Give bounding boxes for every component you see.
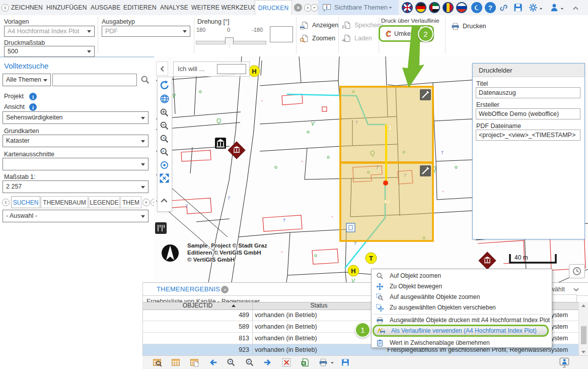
copy-table-icon[interactable] [190,358,199,367]
tab-analyse[interactable]: ANALYSE [160,0,188,15]
help-icon[interactable]: ? [485,2,496,13]
sort-ascending-icon[interactable] [232,304,236,307]
volltext-search-input[interactable] [52,74,137,86]
magnifier-icon [376,272,384,280]
language-german-icon[interactable] [415,2,426,13]
results-collapse-icon[interactable] [572,286,580,293]
vorlagen-label: Vorlagen [4,18,29,25]
themen-filter-select[interactable]: Alle Themen [3,74,51,86]
toolbar-collapse-icon[interactable] [160,196,169,205]
center-map-icon[interactable] [160,160,169,170]
scroll-up-icon[interactable] [581,304,585,307]
results-scrollbar[interactable] [578,302,588,356]
sidebar-tab-them[interactable]: THEM [120,196,141,208]
column-header-status[interactable]: Status [252,302,386,309]
column-header-objectid[interactable]: OBJECTID [143,302,252,309]
print-results-icon[interactable] [319,358,328,367]
refresh-icon[interactable] [160,80,170,90]
save-results-icon[interactable] [341,358,350,367]
projekt-info-icon[interactable]: i [29,93,37,100]
scroll-down-icon[interactable] [581,351,585,353]
zoom-previous-icon[interactable] [160,134,169,144]
menu-item-ausgewaehlte-drucken[interactable]: Ausgewählte Objekte drucken mit A4 Hochf… [372,315,552,326]
map-history-button[interactable] [569,264,585,278]
close-panel-icon[interactable] [294,4,302,12]
menu-scroll-left-icon[interactable] [2,4,9,12]
sidebar-tab-suchen[interactable]: SUCHEN [11,196,40,208]
language-russian-icon[interactable] [456,2,467,13]
search-icon[interactable] [140,75,150,85]
previous-result-icon[interactable] [208,358,217,367]
massstab-select[interactable]: 2 257 [3,180,149,193]
menu-item-wert-in-zwischenablage[interactable]: Wert in Zwischenablage übernehmen [372,338,552,348]
zoom-to-result-icon[interactable] [153,358,162,367]
tab-ausgabe[interactable]: AUSGABE [91,0,120,15]
settings-gear-icon[interactable] [529,3,538,12]
ich-will-search[interactable]: Ich will ... [173,61,250,77]
menu-item-zu-ausgewaehlten-verschieben[interactable]: Zu ausgewählten Objekten verschieben [372,302,552,313]
themenergebnis-tab[interactable]: THEMENERGEBNIS [157,285,220,293]
language-arabic-icon[interactable] [429,2,440,13]
kartenausschnitte-select[interactable] [3,158,149,170]
vorlagen-select[interactable]: A4 Hochformat Index Plot [4,26,95,37]
sidebar-tab-themenbaum[interactable]: THEMENBAUM [41,196,88,208]
pdf-dateiname-input[interactable]: <project>_<view>_<TIMESTAMP> [476,130,580,141]
ansicht-info-icon[interactable]: i [29,103,37,111]
results-close-icon[interactable] [221,286,229,293]
dark-mode-icon[interactable] [471,2,482,13]
menu-item-als-verlauflinie-verwenden[interactable]: Als Verlauflinie verwenden (A4 Hochforma… [373,325,549,337]
export-excel-icon[interactable] [301,358,310,367]
menu-item-zu-objekt-bewegen[interactable]: Zu Objekt bewegen [372,281,552,292]
frame-2-wrench-icon[interactable] [420,165,431,176]
tab-hinzufuegen[interactable]: HINZUFÜGEN [46,0,87,15]
ausgabetyp-select[interactable]: PDF [102,26,190,37]
full-extent-icon[interactable] [160,173,169,183]
anzeigen-printer-icon [300,25,305,30]
ich-will-input[interactable] [217,64,246,74]
settings-caret-icon[interactable] [539,7,543,11]
zoom-previous-result-icon[interactable] [227,358,236,367]
result-table-icon[interactable] [171,358,180,367]
tab-zeichnen[interactable]: ZEICHNEN [11,0,43,15]
user-caret-icon[interactable] [560,7,564,11]
visible-themes-control[interactable]: Sichtbare Themen [318,0,399,15]
grundkarten-select[interactable]: Kataster [3,135,149,147]
sidebar-tabs-scroll-left-icon[interactable] [2,199,10,206]
save-session-icon[interactable] [513,3,523,13]
drehung-input[interactable] [270,26,293,42]
share-link-icon[interactable] [499,4,508,12]
titel-input[interactable]: Datenauszug [476,87,580,98]
zoom-next-result-icon[interactable] [245,358,254,367]
user-account-icon[interactable] [550,3,559,12]
zoom-next-icon[interactable] [160,147,169,157]
themen-filter-value: Alle Themen [6,76,41,83]
menu-item-auf-objekt-zoomen[interactable]: Auf Objekt zoomen [372,271,552,281]
frame-1-wrench-icon[interactable] [420,89,431,100]
globe-icon[interactable] [160,94,170,104]
druckmassstab-select[interactable]: 500 [4,46,95,57]
drehung-slider-handle[interactable] [225,37,234,47]
menu-item-auf-ausgewaehlte-zoomen[interactable]: Auf ausgewählte Objekte zoomen [372,292,552,302]
titel-label: Titel [476,80,488,87]
sidebar-tabs-scroll-right-icon[interactable] [142,199,150,206]
ich-will-label: Ich will ... [178,65,204,73]
tab-weitere-werkzeuge[interactable]: WEITERE WERKZEUGE [191,0,261,15]
menu-overflow-icon[interactable] [311,4,318,12]
zoom-out-icon[interactable] [160,121,169,131]
language-romanian-icon[interactable] [443,2,454,13]
language-english-icon[interactable] [402,2,413,13]
next-result-icon[interactable] [263,358,272,367]
print-options-caret-icon[interactable] [330,360,335,365]
collapse-sidebar-button[interactable] [156,61,168,76]
presentation-user-icon[interactable] [559,357,569,367]
ansicht-select[interactable]: Sehenswürdigkeiten [3,111,149,124]
clear-selection-icon[interactable] [282,358,291,367]
scrollbar-thumb[interactable] [581,326,586,344]
collapse-ribbon-icon[interactable] [572,5,579,12]
ersteller-input[interactable]: WebOffice Demo (weboffice) [476,108,580,119]
zoom-in-icon[interactable] [160,108,169,117]
tab-drucken-active[interactable]: DRUCKEN [255,0,292,16]
auswahl-select[interactable]: - Auswahl - [3,210,149,222]
tab-editieren[interactable]: EDITIEREN [123,0,157,15]
sidebar-tab-legende[interactable]: LEGENDE [89,196,120,208]
